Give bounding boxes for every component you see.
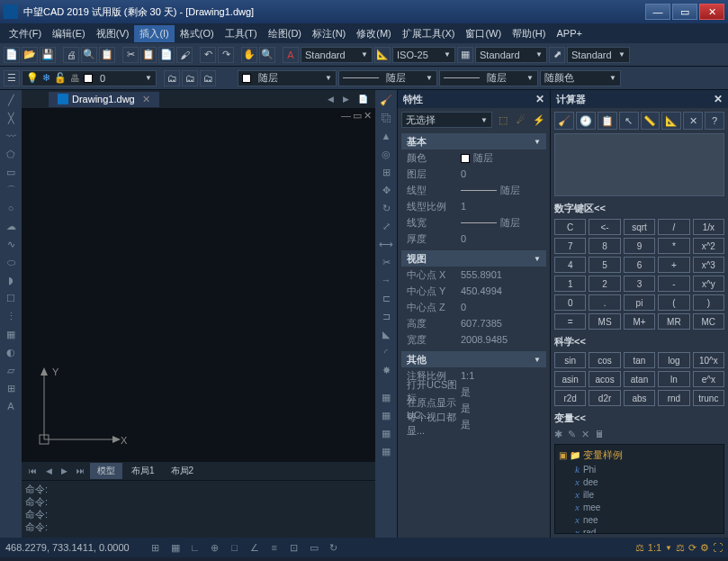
calc-key[interactable]: 0 <box>554 294 586 311</box>
rect-icon[interactable]: ▭ <box>3 164 19 180</box>
section-header[interactable]: 基本▼ <box>401 133 546 149</box>
mleadstyle-combo[interactable]: Standard▼ <box>567 47 630 63</box>
property-row[interactable]: 中心点 Y450.4994 <box>401 283 546 299</box>
annoscale-value[interactable]: 1:1 <box>648 542 661 553</box>
menu-item[interactable]: 文件(F) <box>4 25 47 42</box>
menu-item[interactable]: 插入(I) <box>134 25 174 42</box>
menu-item[interactable]: 修改(M) <box>351 25 397 42</box>
property-row[interactable]: 图层0 <box>401 166 546 182</box>
palette3-icon[interactable]: ▦ <box>378 425 394 441</box>
var-calc-icon[interactable]: 🖩 <box>595 429 605 440</box>
circle-icon[interactable]: ○ <box>3 200 19 216</box>
calc-key[interactable]: 7 <box>554 238 586 254</box>
calc-key[interactable]: / <box>658 219 689 235</box>
calc-key[interactable]: log <box>658 352 689 368</box>
property-row[interactable]: 线型比例1 <box>401 198 546 214</box>
calc-key[interactable]: ) <box>693 294 724 311</box>
linetype-combo[interactable]: 随层▼ <box>338 70 437 86</box>
calc-dist-icon[interactable]: 📏 <box>641 112 661 130</box>
calc-key[interactable]: acos <box>589 371 620 387</box>
tab-next-icon[interactable]: ▶ <box>58 466 71 476</box>
layeriso-icon[interactable]: 🗂 <box>182 70 198 86</box>
point-icon[interactable]: ⋮ <box>3 308 19 324</box>
print-icon[interactable]: 🖨 <box>63 47 79 63</box>
open-icon[interactable]: 📂 <box>22 47 38 63</box>
annovisibility-icon[interactable]: ⚖ <box>676 542 685 554</box>
pline-icon[interactable]: 〰 <box>3 128 19 144</box>
drawing-canvas[interactable]: — ▭ ✕ Y X <box>22 108 375 462</box>
property-row[interactable]: 每个视口都显...是 <box>401 416 546 432</box>
fullscreen-icon[interactable]: ⛶ <box>713 542 723 553</box>
var-folder[interactable]: ▣ 📁 变量样例 <box>559 448 720 462</box>
copy-icon[interactable]: 📋 <box>140 47 157 63</box>
plotstyle-combo[interactable]: 随颜色▼ <box>540 70 621 86</box>
variable-item[interactable]: xdee <box>559 476 720 489</box>
tablestyle-icon[interactable]: ▦ <box>457 47 473 63</box>
calc-key[interactable]: <- <box>589 219 620 235</box>
numpad-header[interactable]: 数字键区<< <box>554 202 724 215</box>
menu-item[interactable]: 窗口(W) <box>460 25 507 42</box>
calc-key[interactable]: 2 <box>589 276 620 292</box>
calc-key[interactable]: trunc <box>693 390 724 406</box>
section-header[interactable]: 其他▼ <box>401 351 546 367</box>
table-icon[interactable]: ⊞ <box>3 380 19 396</box>
tab-right-icon[interactable]: ▶ <box>339 94 353 104</box>
earc-icon[interactable]: ◗ <box>3 272 19 288</box>
move-icon[interactable]: ✥ <box>378 182 394 198</box>
region-icon[interactable]: ▱ <box>3 362 19 378</box>
calc-key[interactable]: tan <box>624 352 655 368</box>
chamfer-icon[interactable]: ◣ <box>378 326 394 342</box>
layerprev-icon[interactable]: 🗂 <box>164 70 180 86</box>
break-icon[interactable]: ⊏ <box>378 290 394 306</box>
calc-key[interactable]: MC <box>693 313 724 330</box>
calc-key[interactable]: 5 <box>589 257 620 273</box>
text-icon[interactable]: A <box>3 398 19 414</box>
textstyle-icon[interactable]: A <box>283 47 299 63</box>
snap-icon[interactable]: ⊞ <box>148 540 164 555</box>
cycle-icon[interactable]: ↻ <box>326 540 342 555</box>
model-icon[interactable]: ▭ <box>306 540 322 555</box>
coordinates[interactable]: 468.2279, 733.1411, 0.0000 <box>5 542 130 553</box>
osnap-icon[interactable]: □ <box>227 540 243 555</box>
tab-last-icon[interactable]: ⏭ <box>73 466 88 476</box>
menu-item[interactable]: 编辑(E) <box>47 25 91 42</box>
ellipse-icon[interactable]: ⬭ <box>3 254 19 270</box>
calc-key[interactable]: d2r <box>589 390 620 406</box>
variable-item[interactable]: xrad <box>559 527 720 534</box>
calc-key[interactable]: e^x <box>693 371 724 387</box>
polygon-icon[interactable]: ⬠ <box>3 146 19 162</box>
otrack-icon[interactable]: ∠ <box>247 540 263 555</box>
calc-hist-icon[interactable]: 🕘 <box>576 112 596 130</box>
quickselect-icon[interactable]: ⬚ <box>496 113 510 127</box>
layout-tab-2[interactable]: 布局2 <box>164 463 202 479</box>
revcloud-icon[interactable]: ☁ <box>3 218 19 234</box>
layout-tab-model[interactable]: 模型 <box>90 463 122 479</box>
erase-icon[interactable]: 🧹 <box>378 92 394 108</box>
menu-item[interactable]: 标注(N) <box>307 25 351 42</box>
calc-key[interactable]: + <box>658 257 689 273</box>
hatch-icon[interactable]: ▦ <box>3 326 19 342</box>
spline-icon[interactable]: ∿ <box>3 236 19 252</box>
menu-item[interactable]: 工具(T) <box>220 25 263 42</box>
property-row[interactable]: 中心点 Z0 <box>401 299 546 315</box>
calc-key[interactable]: sin <box>554 352 586 368</box>
tab-first-icon[interactable]: ⏮ <box>25 466 40 476</box>
menu-item[interactable]: 帮助(H) <box>507 25 551 42</box>
save-icon[interactable]: 💾 <box>40 47 56 63</box>
mirror-icon[interactable]: ▲ <box>378 128 394 144</box>
calculator-close-icon[interactable]: ✕ <box>714 93 723 105</box>
canvas-min-icon[interactable]: — <box>341 110 351 122</box>
menu-item[interactable]: APP+ <box>551 26 587 41</box>
paste-icon[interactable]: 📄 <box>158 47 175 63</box>
property-row[interactable]: 线型随层 <box>401 182 546 198</box>
tab-left-icon[interactable]: ◀ <box>324 94 337 104</box>
xline-icon[interactable]: ╳ <box>3 110 19 126</box>
calc-key[interactable]: C <box>554 219 586 235</box>
pickadd-icon[interactable]: ⚡ <box>532 113 546 127</box>
maximize-button[interactable]: ▭ <box>672 4 697 20</box>
explode-icon[interactable]: ✸ <box>378 362 394 378</box>
trim-icon[interactable]: ✂ <box>378 254 394 270</box>
lineweight-combo[interactable]: 随层▼ <box>439 70 538 86</box>
variable-item[interactable]: xille <box>559 489 720 502</box>
cut-icon[interactable]: ✂ <box>122 47 139 63</box>
